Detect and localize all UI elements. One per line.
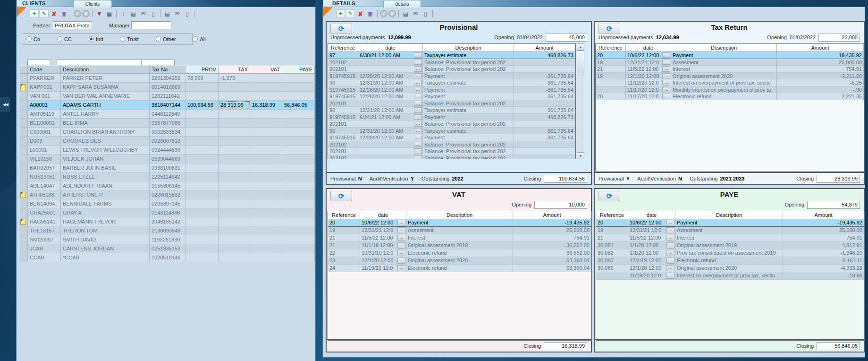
transaction-row[interactable]: 919745915 12/28/20 12:00 AM… Payment -36… [328,93,575,100]
transaction-row[interactable]: 919745915 12/28/20 12:00 AM… Payment -36… [328,134,575,141]
date-picker-button[interactable]: … [397,258,405,264]
date-picker-button[interactable]: … [397,220,405,225]
date-picker-button[interactable]: … [414,73,422,79]
header-amount[interactable]: Amount [783,211,864,219]
transaction-row[interactable]: 11/19/20 12:0… Interest on overpayment o… [596,272,864,280]
transaction-row[interactable]: 30,082 1/1/20 12:00… Prov tax consolidat… [596,249,864,257]
radio-option[interactable]: Ind [89,36,103,42]
transaction-row[interactable]: 21 11/5/22 12:00… Interest 754.91 [596,234,864,242]
transaction-row[interactable]: 90 12/31/20 12:00 AM… Taxpayer estimate … [328,128,575,135]
date-picker-button[interactable]: … [414,128,422,134]
date-picker-button[interactable]: … [397,235,405,241]
radio-option[interactable]: All [193,36,205,42]
client-row[interactable]: KAPP001 KAPP SARA SUSANNA 0014016869 [20,83,315,92]
date-picker-button[interactable]: … [666,220,674,225]
header-description[interactable]: Description [671,44,777,52]
transaction-row[interactable]: 30,081 1/1/20 12:00… Original assessment… [596,242,864,249]
header-reference[interactable]: Reference [328,44,358,52]
tab-details[interactable]: details [383,0,421,8]
transaction-row[interactable]: 20 10/6/22 12:00… Payment -19,435.92 [596,52,864,59]
client-row[interactable]: ANT05119 ANTEL HARRY 0446112849 [20,110,315,119]
scrollbar-thumb[interactable] [577,51,584,73]
delete-record-icon[interactable]: ✘ [50,9,59,18]
date-picker-button[interactable]: … [666,227,674,233]
edit-record-icon[interactable]: ✎ [346,9,355,18]
header-date[interactable]: date [358,44,423,52]
copy-record-icon[interactable]: ▣ [59,9,68,18]
transaction-row[interactable]: 21 11/5/22 12:00… Interest 754.91 [328,234,591,242]
date-picker-button[interactable]: … [414,121,422,127]
header-date[interactable]: date [626,44,671,52]
closing-value-input[interactable]: 56,846.05 [817,342,860,350]
header-prov[interactable]: PROV [185,65,219,74]
manager-input[interactable] [131,21,171,29]
transaction-row[interactable]: 19 12/31/21 12:0… Assesment 25,000.00 [596,59,864,66]
new-record-icon[interactable]: + [336,9,345,18]
date-picker-button[interactable]: … [662,52,670,58]
transaction-row[interactable]: 19 12/31/21 12:0… Assesment 25,000.00 [596,227,864,234]
sort-icon[interactable]: ↓ [119,9,128,18]
cancel-icon[interactable]: ✖ [388,10,396,17]
print-icon[interactable]: ▤ [401,9,410,18]
client-row[interactable]: L00001 LEWIS TREVOR WILLOUGHBY 092444483… [20,146,315,155]
client-row[interactable]: GRA25001 GRAY A 0143114866 [20,208,315,217]
date-picker-button[interactable]: … [666,265,674,271]
date-picker-button[interactable]: … [414,148,422,154]
radio-option[interactable]: Other [156,36,176,42]
header-description[interactable]: Description [406,211,513,219]
client-row[interactable]: JCAR CARSTENS JORDAN 0251835153 [20,244,315,253]
header-date[interactable]: date [360,211,406,219]
client-row[interactable]: THE18157 THERON TOM 2130093848 [20,226,315,235]
print-icon[interactable]: ▤ [129,9,138,18]
scroll-down-icon[interactable]: ▼ [577,152,584,159]
filter-icon[interactable]: ▼ [95,9,104,18]
client-row[interactable]: BEN14094 BENNIDALE FARMS 0295397145 [20,199,315,208]
date-picker-button[interactable]: … [397,265,405,271]
transaction-row[interactable]: 11/12/20 12:0… Interest on overpayment o… [596,79,864,86]
date-picker-button[interactable]: … [666,250,674,256]
transaction-row[interactable]: 22 10/31/19 12:0… Electronic refund 36,5… [328,249,591,257]
transaction-row[interactable]: 21 11/5/22 12:00… Interest 754.91 [596,66,864,73]
date-picker-button[interactable]: … [397,242,405,249]
date-picker-button[interactable]: … [662,66,670,72]
client-row[interactable]: HAG05141 HAGEMANN TREVOR 2048165142 [20,217,315,226]
transaction-row[interactable]: 19 12/31/21 12:0… Assesment 25,000.00 [328,227,591,234]
header-date[interactable]: date [628,211,675,219]
date-picker-button[interactable]: … [414,66,422,72]
transaction-row[interactable]: 20 10/6/22 12:00… Payment -19,435.92 [328,219,591,227]
delete-record-icon[interactable]: ✘ [356,9,365,18]
transaction-row[interactable]: 97 6/30/21 12:00 AM… Taxpayer estimate 4… [328,52,575,59]
date-picker-button[interactable]: … [666,235,674,241]
client-row[interactable]: VAN 001 VAN DER WAL ANNEMARIE 1262111642 [20,92,315,101]
new-record-icon[interactable]: + [30,9,39,18]
date-picker-button[interactable]: … [414,155,422,159]
transaction-row[interactable]: 90 12/31/20 12:00 AM… Taxpayer estimate … [328,79,575,86]
radio-option[interactable]: Trust [120,36,139,42]
client-row[interactable]: NUS19051 NUSS ETZEL 1225114642 [20,172,315,181]
header-tax[interactable]: TAX [219,65,250,74]
date-picker-button[interactable]: … [414,94,422,99]
date-picker-button[interactable]: … [414,107,422,113]
date-picker-button[interactable]: … [414,52,422,58]
transaction-row[interactable]: 202102 … Balance: Provisional tax period… [328,141,575,148]
opening-value-input[interactable]: 22,000 [818,34,860,42]
client-row[interactable]: BEE00001 BEE IRMA 0367877065 [20,119,315,128]
date-picker-button[interactable]: … [414,101,422,106]
date-picker-button[interactable]: … [666,242,674,249]
header-taxno[interactable]: Tax No [150,65,185,74]
radio-option[interactable]: CC [57,36,72,42]
opening-value-input[interactable]: 10,000 [534,201,587,209]
header-description[interactable]: Description [675,211,783,219]
opening-value-input[interactable]: 45,000 [546,34,587,42]
transaction-row[interactable]: 202101 … Balance: Provisional tax period… [328,148,575,155]
transaction-row[interactable]: 20 11/17/20 12:0… Electronic refund 2,22… [596,93,864,100]
client-row[interactable]: ADE14047 ADENDORFF RIAAN 0155306145 [20,181,315,190]
transaction-row[interactable]: 20 10/6/22 12:00… Payment -19,435.92 [596,219,864,227]
tab-clients[interactable]: Clients [73,0,112,8]
date-picker-button[interactable]: … [666,273,674,279]
header-vat[interactable]: VAT [250,65,282,74]
transaction-row[interactable]: 90 12/31/20 12:00 AM… Taxpayer estimate … [328,107,575,114]
partner-input[interactable] [53,21,92,29]
header-paye[interactable]: PAYE [282,65,315,74]
transaction-row[interactable]: 919745915 6/24/21 12:00 AM… Payment -468… [328,114,575,121]
